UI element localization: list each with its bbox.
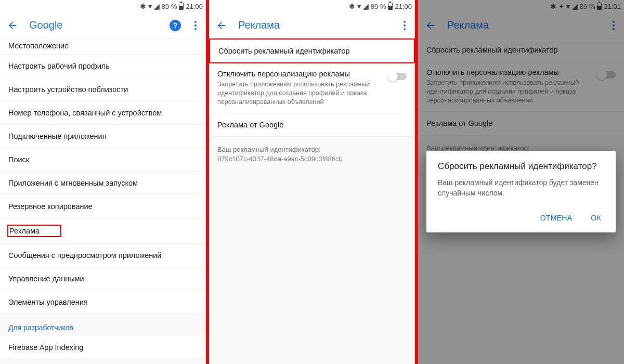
cancel-button[interactable]: ОТМЕНА [537,209,576,227]
list-item[interactable]: Сообщения с предпросмотром приложений [0,244,206,267]
help-button[interactable]: ? [170,20,181,31]
overflow-menu-button[interactable] [189,18,202,33]
optout-title: Отключить персонализацию рекламы [217,70,383,78]
dialog-body: Ваш рекламный идентификатор будет замене… [438,178,604,198]
reset-confirm-dialog: Сбросить рекламный идентификатор? Ваш ре… [426,151,616,232]
list-item[interactable]: Элементы управления [0,291,206,314]
list-item[interactable]: Местоположение [0,38,206,55]
battery-percent: 89 % [162,3,177,10]
list-item-ads[interactable]: Реклама [0,218,206,244]
bluetooth-icon: ✱ [140,3,146,10]
status-bar: ✱ ▾ ◢ 89 % 21:00 [0,0,206,12]
signal-icon: ◢ [363,3,369,10]
highlight-box: Реклама [7,225,61,237]
list-item[interactable]: Приложения с мгновенным запуском [0,172,206,195]
clock: 21:00 [186,3,203,10]
page-title: Реклама [238,19,390,31]
ads-by-google-button[interactable]: Реклама от Google [209,113,415,137]
list-item[interactable]: Подключенные приложения [0,125,206,148]
optout-ads-row[interactable]: Отключить персонализацию рекламы Запрети… [209,63,415,113]
status-bar: ✱ ▾ ◢ 89 % 21:00 [209,0,415,12]
battery-icon [179,3,184,10]
ok-button[interactable]: ОК [588,209,604,227]
ads-content: Сбросить рекламный идентификатор Отключи… [209,38,415,364]
ad-id-info: Ваш рекламный идентификатор: 879c107c-43… [209,137,415,172]
bluetooth-icon: ✱ [349,3,355,10]
panel-ads-settings: ✱ ▾ ◢ 89 % 21:00 Реклама Сбросить реклам… [209,0,415,364]
clock: 21:00 [395,3,412,10]
wifi-icon: ▾ [148,3,152,10]
list-item[interactable]: Номер телефона, связанный с устройством [0,101,206,125]
ad-id-label: Ваш рекламный идентификатор: [217,145,407,154]
dialog-actions: ОТМЕНА ОК [438,209,604,227]
dialog-title: Сбросить рекламный идентификатор? [438,161,604,172]
list-item[interactable]: Управление данными [0,267,206,291]
optout-toggle[interactable] [389,73,407,80]
list-item[interactable]: Настроить рабочий профиль [0,55,206,78]
battery-percent: 89 % [371,3,386,10]
page-title: Google [29,19,161,31]
arrow-left-icon [216,20,227,31]
panel-google-settings: ✱ ▾ ◢ 89 % 21:00 Google ? Местоположение… [0,0,206,364]
list-item[interactable]: Резервное копирование [0,195,206,218]
back-button[interactable] [4,17,21,34]
panel-ads-dialog: ✱ ✦ ▾ ◢ 89 % 21:01 Реклама Сбросить рекл… [418,0,624,364]
category-header: Для разработчиков [0,314,206,336]
settings-list[interactable]: Местоположение Настроить рабочий профиль… [0,38,206,364]
wifi-icon: ▾ [357,3,361,10]
list-item[interactable]: Поиск [0,148,206,172]
ad-id-value: 879c107c-4337-48da-a9ac-5c09c3f886cb [217,154,407,164]
signal-icon: ◢ [154,3,160,10]
app-bar: Реклама [209,12,415,38]
arrow-left-icon [7,20,18,31]
back-button[interactable] [213,17,230,34]
list-item[interactable]: Firebase App Indexing [0,336,206,359]
reset-ad-id-button[interactable]: Сбросить рекламный идентификатор [209,38,415,63]
app-bar: Google ? [0,12,206,38]
list-item[interactable]: Настроить устройство поблизости [0,78,206,101]
battery-icon [388,3,393,10]
optout-subtitle: Запретить приложениям использовать рекла… [217,80,383,107]
overflow-menu-button[interactable] [398,18,411,33]
